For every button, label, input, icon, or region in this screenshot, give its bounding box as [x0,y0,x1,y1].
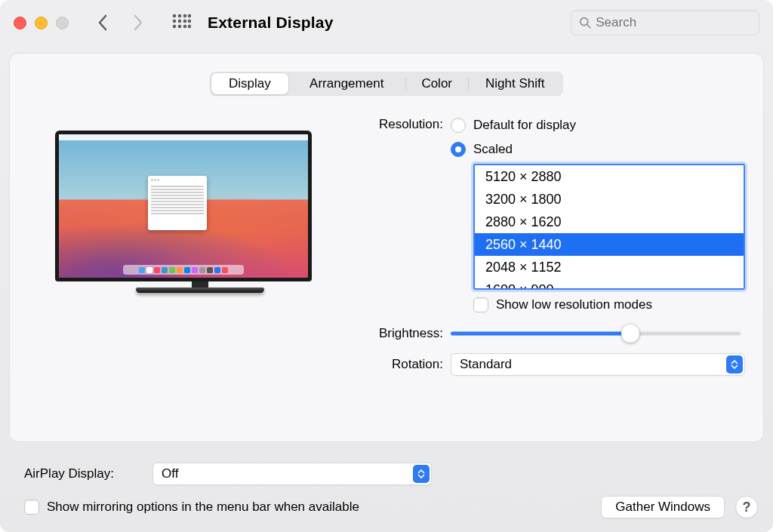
brightness-slider[interactable] [451,326,741,341]
back-button[interactable] [96,14,108,31]
chevron-up-down-icon [413,465,430,483]
resolution-label: Resolution: [350,115,451,132]
window-title: External Display [208,14,334,32]
close-window-button[interactable] [14,17,26,29]
airplay-select[interactable]: Off [152,463,432,485]
preferences-window: External Display Display Arrangement Col… [0,0,773,532]
tab-bar: Display Arrangement Color Night Shift [210,72,563,96]
mirroring-label: Show mirroring options in the menu bar w… [47,500,359,515]
resolution-option[interactable]: 2880 × 1620 [475,211,744,233]
svg-point-9 [178,25,182,29]
resolution-option[interactable]: 1600 × 900 [475,278,744,290]
svg-point-10 [183,25,187,29]
search-field[interactable] [571,10,759,35]
help-button[interactable]: ? [735,496,758,518]
svg-point-11 [188,25,191,29]
resolution-list[interactable]: 5120 × 2880 3200 × 1800 2880 × 1620 2560… [473,164,745,290]
svg-point-1 [178,14,182,18]
rotation-label: Rotation: [350,357,451,372]
search-icon [579,16,591,29]
svg-point-7 [188,20,191,23]
resolution-option-selected[interactable]: 2560 × 1440 [475,233,744,256]
brightness-label: Brightness: [350,326,451,341]
monitor-icon [55,131,312,281]
chevron-up-down-icon [726,355,743,374]
svg-point-3 [188,14,191,18]
svg-point-2 [183,14,187,18]
svg-point-8 [173,25,177,29]
svg-point-5 [178,20,182,23]
resolution-default-radio[interactable]: Default for display [451,115,745,135]
slider-fill [451,332,630,336]
titlebar: External Display [0,0,773,45]
checkbox-icon [24,500,39,515]
slider-thumb[interactable] [621,324,639,343]
radio-selected-icon [451,142,466,157]
resolution-scaled-radio[interactable]: Scaled [451,140,745,159]
svg-point-0 [173,14,177,18]
tab-night-shift[interactable]: Night Shift [469,73,562,94]
radio-icon [451,118,466,133]
search-input[interactable] [596,15,751,30]
airplay-label: AirPlay Display: [24,466,152,481]
tab-display[interactable]: Display [211,73,288,94]
show-low-res-label: Show low resolution modes [496,297,652,312]
tab-color[interactable]: Color [406,73,468,94]
airplay-value: Off [162,466,178,481]
resolution-option[interactable]: 2048 × 1152 [475,256,744,278]
show-low-res-checkbox-row[interactable]: Show low resolution modes [473,297,745,312]
forward-button[interactable] [132,14,144,31]
resolution-default-label: Default for display [473,118,576,133]
settings-card: Display Arrangement Color Night Shift [9,53,764,442]
resolution-option[interactable]: 5120 × 2880 [475,165,744,188]
minimize-window-button[interactable] [35,17,48,29]
bottom-bar: AirPlay Display: Off Show mirroring opti… [0,452,773,532]
rotation-value: Standard [460,357,512,372]
window-controls [14,17,69,29]
svg-point-4 [173,20,177,23]
resolution-scaled-label: Scaled [473,142,513,157]
svg-point-12 [581,18,588,26]
show-all-icon[interactable] [171,13,191,32]
gather-windows-button[interactable]: Gather Windows [601,496,725,518]
checkbox-icon [473,297,488,312]
display-preview [28,115,345,383]
zoom-window-button[interactable] [56,17,69,29]
svg-line-13 [587,25,590,28]
rotation-select[interactable]: Standard [451,353,745,376]
mirroring-checkbox-row[interactable]: Show mirroring options in the menu bar w… [24,500,359,515]
resolution-option[interactable]: 3200 × 1800 [475,188,744,211]
navigation-buttons [96,14,144,31]
tab-arrangement[interactable]: Arrangement [288,73,405,94]
svg-point-6 [183,20,187,23]
